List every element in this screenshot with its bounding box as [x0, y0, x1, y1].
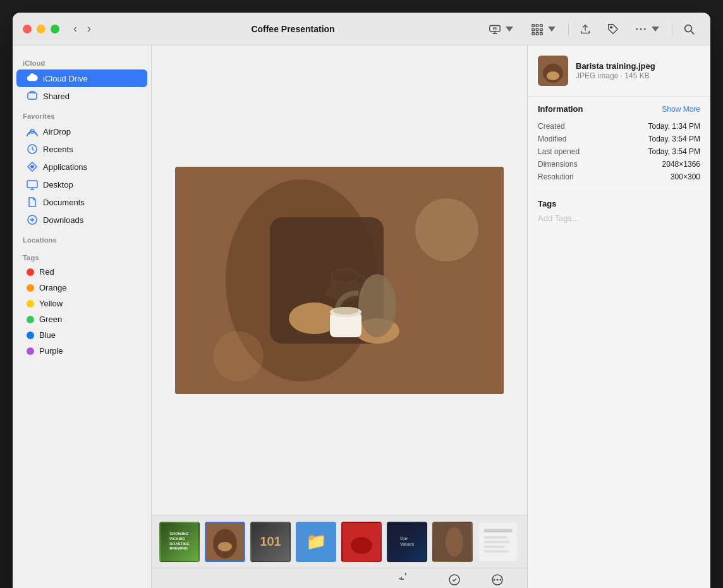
thumbnail-7[interactable]: [432, 522, 473, 562]
documents-label: Documents: [43, 198, 85, 207]
sidebar-item-downloads[interactable]: Downloads: [16, 211, 147, 229]
dimensions-row: Dimensions 2048×1366: [538, 158, 700, 171]
thumbnail-4[interactable]: 📁: [296, 522, 336, 562]
blue-tag-dot: [27, 332, 34, 339]
tags-section: Tags Add Tags...: [528, 191, 710, 231]
svg-point-43: [446, 527, 463, 556]
sidebar-item-recents[interactable]: Recents: [16, 140, 147, 158]
sidebar-item-tag-purple[interactable]: Purple: [16, 343, 147, 359]
sidebar-item-tag-red[interactable]: Red: [16, 264, 147, 280]
red-tag-dot: [27, 268, 34, 276]
thumbnail-2[interactable]: [205, 522, 245, 562]
airdrop-icon: [27, 126, 38, 137]
maximize-button[interactable]: [51, 25, 59, 33]
sidebar-item-documents[interactable]: Documents: [16, 193, 147, 211]
modified-value: Today, 3:54 PM: [648, 135, 701, 143]
rotate-left-button[interactable]: Rotate Left: [380, 569, 432, 588]
recents-icon: [27, 143, 38, 155]
svg-rect-47: [484, 541, 510, 543]
thumbnail-strip: GROWINGPICKINGROASTINGBREWING 101 📁: [152, 515, 527, 568]
sidebar-item-desktop[interactable]: Desktop: [16, 176, 147, 193]
thumbnail-6[interactable]: OurValues: [387, 522, 427, 562]
thumbnail-3[interactable]: 101: [250, 522, 291, 562]
svg-point-21: [31, 165, 33, 168]
sidebar-item-applications[interactable]: Applications: [16, 158, 147, 176]
forward-button[interactable]: ›: [83, 21, 95, 37]
thumbnail-1[interactable]: GROWINGPICKINGROASTINGBREWING: [159, 522, 200, 562]
show-more-button[interactable]: Show More: [662, 105, 700, 114]
yellow-tag-dot: [27, 300, 34, 308]
svg-point-34: [213, 331, 264, 381]
more-button[interactable]: [629, 20, 667, 38]
svg-point-29: [358, 274, 396, 337]
sidebar-item-tag-orange[interactable]: Orange: [16, 280, 147, 296]
favorites-section-label: Favorites: [13, 105, 151, 123]
main-layout: iCloud iCloud Drive Shared: [13, 45, 710, 588]
svg-rect-22: [27, 181, 37, 188]
svg-rect-4: [536, 24, 538, 27]
file-meta: JPEG image · 145 KB: [576, 71, 700, 80]
dimensions-label: Dimensions: [538, 160, 578, 169]
sidebar-item-tag-blue[interactable]: Blue: [16, 327, 147, 343]
airdrop-label: AirDrop: [43, 127, 71, 136]
svg-point-14: [640, 28, 642, 30]
svg-rect-5: [540, 24, 543, 27]
recents-label: Recents: [43, 145, 73, 154]
svg-point-38: [218, 542, 233, 551]
sidebar-item-tag-yellow[interactable]: Yellow: [16, 296, 147, 311]
preview-area: GROWINGPICKINGROASTINGBREWING 101 📁: [152, 45, 527, 588]
file-header: Barista training.jpeg JPEG image · 145 K…: [528, 45, 710, 97]
applications-icon: [27, 161, 38, 172]
more-actions-button[interactable]: More...: [478, 569, 517, 588]
svg-rect-7: [536, 28, 538, 31]
thumbnail-5[interactable]: [341, 522, 382, 562]
created-row: Created Today, 1:34 PM: [538, 120, 700, 133]
svg-rect-45: [484, 529, 513, 532]
tag-yellow-label: Yellow: [39, 299, 63, 308]
sidebar-item-icloud-drive[interactable]: iCloud Drive: [16, 69, 147, 87]
thumbnail-8[interactable]: [478, 522, 518, 562]
svg-rect-49: [484, 550, 509, 553]
gallery-view-button[interactable]: [483, 20, 521, 38]
last-opened-value: Today, 3:54 PM: [648, 147, 701, 156]
dimensions-value: 2048×1366: [662, 160, 700, 169]
tag-purple-label: Purple: [39, 346, 63, 356]
minimize-button[interactable]: [37, 25, 46, 33]
sidebar-item-tag-green[interactable]: Green: [16, 311, 147, 327]
traffic-lights: [23, 25, 59, 33]
info-panel: Barista training.jpeg JPEG image · 145 K…: [527, 45, 710, 588]
tag-button[interactable]: [602, 20, 624, 38]
svg-line-17: [691, 31, 695, 34]
svg-point-16: [685, 25, 692, 32]
back-button[interactable]: ‹: [70, 21, 81, 37]
tag-blue-label: Blue: [39, 330, 56, 340]
close-button[interactable]: [23, 25, 32, 33]
last-opened-label: Last opened: [538, 147, 580, 156]
sidebar-item-shared[interactable]: Shared: [16, 87, 147, 105]
tags-title: Tags: [538, 199, 700, 208]
finder-window: ‹ › Coffee Presentation: [13, 13, 710, 588]
window-title: Coffee Presentation: [102, 24, 483, 34]
svg-rect-46: [484, 536, 508, 538]
share-button[interactable]: [574, 20, 597, 38]
desktop-label: Desktop: [43, 180, 73, 189]
locations-section-label: Locations: [13, 229, 151, 246]
view-options-button[interactable]: [526, 20, 563, 38]
svg-rect-8: [540, 28, 543, 31]
svg-point-52: [496, 579, 498, 581]
svg-point-51: [493, 579, 495, 581]
search-button[interactable]: [677, 20, 700, 38]
svg-rect-9: [532, 32, 535, 35]
information-section: Information Show More Created Today, 1:3…: [528, 97, 710, 191]
svg-rect-48: [484, 545, 506, 548]
separator: [568, 23, 569, 35]
add-tags-input[interactable]: Add Tags...: [538, 213, 700, 223]
markup-button[interactable]: Markup: [434, 569, 475, 588]
purple-tag-dot: [27, 347, 34, 355]
information-title: Information: [538, 104, 583, 114]
icloud-drive-label: iCloud Drive: [43, 74, 88, 83]
svg-rect-3: [532, 24, 535, 27]
svg-rect-18: [28, 93, 37, 99]
separator-2: [672, 23, 672, 35]
sidebar-item-airdrop[interactable]: AirDrop: [16, 123, 147, 140]
